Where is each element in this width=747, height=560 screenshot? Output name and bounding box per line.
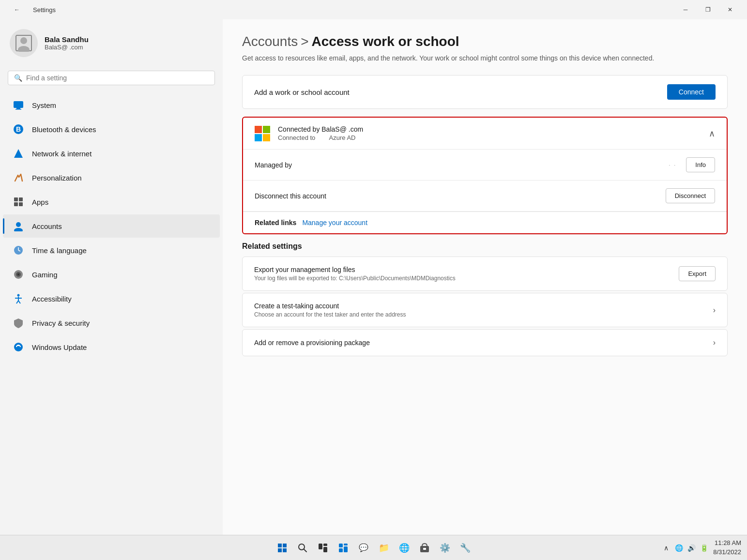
start-button[interactable] <box>274 539 291 557</box>
search-box[interactable]: 🔍 <box>8 71 215 85</box>
add-account-label: Add a work or school account <box>254 88 350 96</box>
settings-button[interactable]: ⚙️ <box>436 539 454 557</box>
svg-rect-30 <box>319 544 322 549</box>
taskbar-search-button[interactable] <box>294 539 311 557</box>
info-button[interactable]: Info <box>686 157 715 172</box>
svg-point-28 <box>299 544 305 550</box>
minimize-button[interactable]: ─ <box>674 2 697 17</box>
sidebar-item-privacy[interactable]: Privacy & security <box>3 311 220 334</box>
breadcrumb: Accounts > Access work or school <box>242 34 728 49</box>
svg-rect-34 <box>344 544 348 545</box>
system-icon <box>13 99 24 111</box>
file-explorer-button[interactable]: 📁 <box>375 539 393 557</box>
ms-logo-green <box>263 126 270 133</box>
sidebar-item-label-accessibility: Accessibility <box>32 295 72 303</box>
widgets-button[interactable] <box>335 539 352 557</box>
sidebar: Bala Sandhu BalaS@ .com 🔍 System <box>0 19 223 535</box>
connected-to-text: Connected to Azure AD <box>278 134 363 141</box>
tray-network-icon[interactable]: 🌐 <box>673 543 684 553</box>
svg-rect-9 <box>14 197 18 201</box>
ms-logo-red <box>255 126 262 133</box>
accessibility-icon <box>13 293 24 304</box>
sidebar-item-gaming[interactable]: Gaming <box>3 263 220 286</box>
app-container: Bala Sandhu BalaS@ .com 🔍 System <box>0 19 747 535</box>
chevron-right-icon-2: › <box>713 338 716 347</box>
managed-by-label: Managed by <box>255 161 292 169</box>
sidebar-item-label-time: Time & language <box>32 246 87 255</box>
titlebar: ← Settings ─ ❐ ✕ <box>0 0 747 19</box>
provisioning-title: Add or remove a provisioning package <box>254 339 370 347</box>
breadcrumb-separator: > <box>301 34 308 49</box>
page-description: Get access to resources like email, apps… <box>242 53 658 63</box>
edge-button[interactable]: 🌐 <box>396 539 413 557</box>
store-button[interactable] <box>416 539 433 557</box>
profile-email: BalaS@ .com <box>45 44 89 51</box>
sidebar-item-accessibility[interactable]: Accessibility <box>3 287 220 310</box>
network-icon <box>13 148 24 159</box>
related-links-label: Related links <box>255 219 296 227</box>
ms-logo-yellow <box>263 134 270 141</box>
export-log-title: Export your management log files <box>254 266 456 273</box>
tray-chevron-icon[interactable]: ∧ <box>661 543 671 553</box>
windows-update-icon <box>13 341 24 353</box>
search-input[interactable] <box>26 74 209 82</box>
svg-line-29 <box>304 549 306 552</box>
sidebar-item-bluetooth[interactable]: B Bluetooth & devices <box>3 118 220 141</box>
tool-button[interactable]: 🔧 <box>457 539 474 557</box>
bluetooth-icon: B <box>13 123 24 135</box>
sidebar-item-personalization[interactable]: Personalization <box>3 166 220 189</box>
disconnect-button[interactable]: Disconnect <box>666 188 715 203</box>
related-links-row: Related links Manage your account <box>243 212 727 233</box>
back-button[interactable]: ← <box>6 2 28 17</box>
system-tray: ∧ 🌐 🔊 🔋 <box>661 543 709 553</box>
personalization-icon <box>13 172 24 183</box>
test-account-row[interactable]: Create a test-taking account Choose an a… <box>242 293 728 327</box>
sidebar-item-apps[interactable]: Apps <box>3 190 220 213</box>
sidebar-item-accounts[interactable]: Accounts <box>3 214 220 238</box>
provisioning-row[interactable]: Add or remove a provisioning package › <box>242 329 728 356</box>
connected-header-left: Connected by BalaS@ .com Connected to Az… <box>255 125 363 141</box>
svg-rect-11 <box>14 202 18 206</box>
taskbar-date: 8/31/2022 <box>713 548 741 557</box>
add-account-row: Add a work or school account Connect <box>243 76 727 108</box>
managed-by-value: · · <box>669 162 676 168</box>
svg-rect-10 <box>19 197 23 201</box>
test-account-info: Create a test-taking account Choose an a… <box>254 302 406 318</box>
win-sq-1 <box>278 544 282 547</box>
taskbar-clock: 11:28 AM <box>713 539 741 547</box>
connected-account-box: Connected by BalaS@ .com Connected to Az… <box>242 117 728 234</box>
sidebar-item-windows-update[interactable]: Windows Update <box>3 335 220 359</box>
breadcrumb-current: Access work or school <box>312 34 459 49</box>
time-icon <box>13 244 24 256</box>
sidebar-item-time[interactable]: Time & language <box>3 239 220 262</box>
sidebar-item-system[interactable]: System <box>3 93 220 117</box>
teams-chat-button[interactable]: 💬 <box>355 539 372 557</box>
svg-rect-31 <box>323 544 327 546</box>
titlebar-title: Settings <box>33 6 56 14</box>
tray-speaker-icon[interactable]: 🔊 <box>686 543 697 553</box>
connect-button[interactable]: Connect <box>667 84 716 100</box>
windows-logo <box>278 544 287 552</box>
svg-rect-33 <box>339 544 343 547</box>
profile-info: Bala Sandhu BalaS@ .com <box>45 35 89 51</box>
export-button[interactable]: Export <box>679 266 716 281</box>
export-log-row: Export your management log files Your lo… <box>242 257 728 291</box>
maximize-button[interactable]: ❐ <box>697 2 719 17</box>
ms-logo-blue <box>255 134 262 141</box>
sidebar-item-network[interactable]: Network & internet <box>3 142 220 165</box>
svg-rect-36 <box>344 546 348 552</box>
connected-info: Connected by BalaS@ .com Connected to Az… <box>278 125 363 141</box>
sidebar-item-label-network: Network & internet <box>32 150 91 158</box>
svg-rect-3 <box>14 101 23 108</box>
content-area: Accounts > Access work or school Get acc… <box>223 19 747 535</box>
manage-account-link[interactable]: Manage your account <box>302 219 367 227</box>
breadcrumb-parent: Accounts <box>242 34 298 49</box>
svg-point-1 <box>20 37 27 44</box>
close-button[interactable]: ✕ <box>719 2 741 17</box>
svg-marker-8 <box>14 149 23 158</box>
task-view-button[interactable] <box>314 539 332 557</box>
taskbar-time[interactable]: 11:28 AM 8/31/2022 <box>713 539 741 556</box>
chevron-up-icon[interactable]: ∧ <box>709 128 715 139</box>
tray-battery-icon[interactable]: 🔋 <box>699 543 709 553</box>
sidebar-item-label-gaming: Gaming <box>32 271 58 279</box>
